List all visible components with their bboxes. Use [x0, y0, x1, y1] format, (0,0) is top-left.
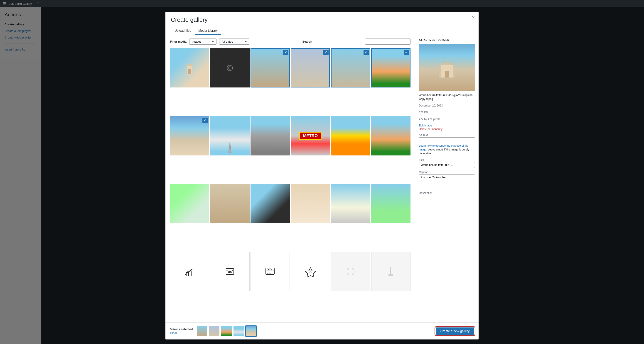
check-badge-7: ✓: [202, 118, 208, 123]
clear-selection-link[interactable]: Clear: [170, 331, 193, 335]
filter-bar: Filter media Images Audio Video All date…: [170, 38, 410, 45]
image-cell-10[interactable]: METRO: [291, 116, 330, 156]
top-bar-title: Edit Basic Gallery: [8, 2, 32, 5]
search-label: Search: [302, 40, 312, 43]
delete-permanently-link[interactable]: Delete permanently: [419, 128, 475, 131]
alt-text-input[interactable]: [419, 137, 475, 143]
alt-text-hint: Learn how to describe the purpose of the…: [419, 144, 475, 155]
filter-date-select[interactable]: All dates December 2023 January 2024: [219, 38, 250, 45]
image-cell-14[interactable]: [210, 184, 250, 223]
svg-text:www: www: [267, 272, 271, 274]
image-cell-3[interactable]: ✓: [250, 48, 290, 87]
modal: Create gallery × Upload files Media Libr…: [166, 12, 478, 340]
svg-rect-17: [390, 267, 391, 274]
svg-point-12: [268, 269, 270, 270]
footer-thumb-4[interactable]: [233, 326, 244, 337]
footer-thumbnails: [196, 326, 257, 337]
image-cell-24[interactable]: [371, 252, 410, 291]
image-cell-15[interactable]: [250, 184, 290, 223]
title-field: Title: [419, 158, 475, 168]
svg-point-11: [267, 269, 268, 270]
image-cell-12[interactable]: [371, 116, 410, 156]
media-area: Filter media Images Audio Video All date…: [166, 35, 415, 323]
tab-upload[interactable]: Upload files: [171, 27, 195, 35]
check-badge-4: ✓: [323, 50, 328, 55]
image-cell-19[interactable]: [170, 252, 209, 291]
svg-point-16: [347, 268, 354, 275]
create-gallery-button[interactable]: Create a new gallery: [436, 328, 474, 335]
attachment-dimensions: 472 by 471 pixels: [419, 117, 475, 121]
svg-rect-2: [188, 69, 191, 74]
image-cell-6[interactable]: ✓: [371, 48, 410, 87]
image-cell-9[interactable]: [250, 116, 290, 156]
footer-thumb-1[interactable]: [196, 326, 208, 337]
title-label: Title: [419, 158, 475, 161]
caption-field: Caption Arc de Triomphe: [419, 171, 475, 189]
check-badge-5: ✓: [364, 50, 369, 55]
image-cell-18[interactable]: [371, 184, 410, 223]
check-badge-3: ✓: [283, 50, 288, 55]
check-badge-6: ✓: [404, 50, 409, 55]
hamburger-icon[interactable]: ☰: [3, 1, 6, 6]
attachment-panel: ATTACHMENT DETAILS vitori: [415, 35, 478, 323]
footer-thumb-5[interactable]: [245, 326, 257, 337]
filter-label: Filter media: [170, 40, 186, 43]
image-cell-21[interactable]: www: [250, 252, 290, 291]
alt-text-label: Alt Text: [419, 134, 475, 137]
footer-thumb-2[interactable]: [208, 326, 220, 337]
tab-library[interactable]: Media Library: [195, 27, 221, 35]
attachment-filesize: 121 KB: [419, 110, 475, 114]
modal-header: Create gallery × Upload files Media Libr…: [166, 12, 478, 35]
caption-label: Caption: [419, 171, 475, 174]
attachment-thumbnail: [419, 44, 475, 91]
svg-rect-21: [439, 65, 441, 77]
image-cell-7[interactable]: ✓: [170, 116, 209, 156]
image-cell-13[interactable]: [170, 184, 209, 223]
image-cell-16[interactable]: [291, 184, 330, 223]
svg-point-4: [228, 67, 231, 69]
svg-point-13: [270, 269, 272, 270]
image-cell-4[interactable]: ✓: [291, 48, 330, 87]
svg-rect-18: [388, 274, 393, 276]
svg-rect-6: [186, 273, 188, 276]
close-button[interactable]: ×: [472, 14, 475, 20]
image-cell-17[interactable]: [331, 184, 370, 223]
image-cell-23[interactable]: [331, 252, 370, 291]
svg-rect-22: [453, 65, 455, 77]
image-cell-11[interactable]: [331, 116, 370, 156]
alt-text-field: Alt Text Learn how to describe the purpo…: [419, 134, 475, 155]
svg-rect-20: [445, 71, 449, 77]
description-field: Description: [419, 191, 475, 195]
image-cell-20[interactable]: [210, 252, 250, 291]
description-label: Description: [419, 191, 475, 195]
attachment-filename: vitoria-beatriz-fetter-uLOJAXgjWYI-unspl…: [419, 93, 475, 101]
image-cell-5[interactable]: ✓: [331, 48, 370, 87]
attachment-date: December 20, 2023: [419, 104, 475, 108]
image-cell-2[interactable]: [210, 48, 250, 87]
caption-textarea[interactable]: Arc de Triomphe: [419, 174, 475, 188]
tab-bar: Upload files Media Library: [171, 27, 473, 35]
modal-body: Filter media Images Audio Video All date…: [166, 35, 478, 323]
modal-footer: 5 items selected Clear: [166, 323, 478, 340]
selected-count: 5 items selected: [170, 328, 193, 331]
edit-image-link[interactable]: Edit Image: [419, 124, 475, 127]
search-input[interactable]: [365, 38, 410, 45]
attachment-details-heading: ATTACHMENT DETAILS: [419, 38, 475, 41]
svg-point-3: [227, 65, 232, 71]
filter-type-select[interactable]: Images Audio Video: [189, 38, 216, 45]
svg-rect-7: [189, 271, 191, 276]
modal-overlay: Create gallery × Upload files Media Libr…: [0, 7, 644, 344]
image-cell-1[interactable]: [170, 48, 209, 87]
image-cell-8[interactable]: [210, 116, 250, 156]
page-wrapper: Actions Create gallery Create audio play…: [0, 7, 644, 344]
image-grid: ✓ ✓ ✓ ✓: [170, 48, 410, 319]
footer-thumb-3[interactable]: [221, 326, 232, 337]
top-bar: ☰ Edit Basic Gallery ⊞: [0, 0, 644, 7]
grid-icon[interactable]: ⊞: [36, 1, 40, 6]
title-input[interactable]: [419, 162, 475, 168]
modal-title: Create gallery: [171, 16, 473, 23]
image-cell-22[interactable]: [291, 252, 330, 291]
